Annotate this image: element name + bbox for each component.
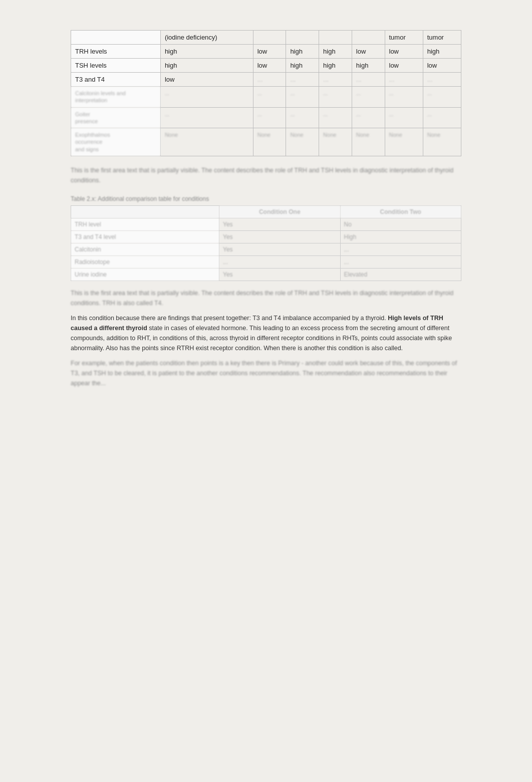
row-label-trh: TRH levels (71, 45, 161, 59)
table2-row: T3 and T4 level Yes High (71, 231, 461, 243)
tsh-col1: high (160, 59, 253, 73)
table1-header-col7: tumor (423, 31, 461, 45)
tsh-col5: high (352, 59, 385, 73)
tsh-col3: high (286, 59, 319, 73)
tsh-col4: high (319, 59, 352, 73)
body-paragraph-1: This is the first area text that is part… (71, 288, 461, 308)
body-paragraph-3: For example, when the patients condition… (71, 358, 461, 388)
table1-header-col5 (352, 31, 385, 45)
table2: Condition One Condition Two TRH level Ye… (71, 205, 461, 281)
table2-row-col2-1: No (340, 218, 461, 231)
trh-col1: high (160, 45, 253, 59)
trh-col7: high (423, 45, 461, 59)
table2-row-label-2: T3 and T4 level (71, 231, 219, 243)
trh-col6: low (385, 45, 423, 59)
body-paragraph-2: In this condition because there are find… (71, 313, 461, 353)
table1-header-col0 (71, 31, 161, 45)
table2-row-col1-4: ... (219, 256, 340, 269)
trh-col3: high (286, 45, 319, 59)
table2-row-label-4: Radioisotope (71, 256, 219, 269)
table2-row: TRH level Yes No (71, 218, 461, 231)
blurred-label-1: Calcitonin levels andinterpretation (71, 87, 161, 108)
table2-row-col1-5: Yes (219, 269, 340, 281)
table2-row-col2-3: ... (340, 243, 461, 256)
page-container: (iodine deficiency) tumor tumor TRH leve… (61, 20, 471, 403)
t3t4-col6: ... (385, 73, 423, 87)
table2-row: Urine iodine Yes Elevated (71, 269, 461, 281)
table1-section: (iodine deficiency) tumor tumor TRH leve… (71, 30, 461, 156)
t3t4-col2: ... (253, 73, 286, 87)
table1-header-col6: tumor (385, 31, 423, 45)
blurred-label-3: Exophthalmosoccurrenceand signs (71, 128, 161, 156)
table2-header-col1: Condition One (219, 206, 340, 218)
table-row: Goiterpresence ... ... ... ... ... ... .… (71, 107, 461, 128)
table1-header-col3 (286, 31, 319, 45)
t3t4-col3: ... (286, 73, 319, 87)
table2-header-col0 (71, 206, 219, 218)
table2-row-label-3: Calcitonin (71, 243, 219, 256)
t3t4-col1: low (160, 73, 253, 87)
table-row: Calcitonin levels andinterpretation ... … (71, 87, 461, 108)
table2-row-col2-4: ... (340, 256, 461, 269)
row-label-t3t4: T3 and T4 (71, 73, 161, 87)
table1: (iodine deficiency) tumor tumor TRH leve… (71, 30, 461, 156)
table2-header-col2: Condition Two (340, 206, 461, 218)
tsh-col6: low (385, 59, 423, 73)
trh-col5: low (352, 45, 385, 59)
trh-col4: high (319, 45, 352, 59)
table2-row-col1-3: Yes (219, 243, 340, 256)
t3t4-col4: ... (319, 73, 352, 87)
table-row: T3 and T4 low ... ... ... ... ... ... (71, 73, 461, 87)
row-label-tsh: TSH levels (71, 59, 161, 73)
table2-row: Radioisotope ... ... (71, 256, 461, 269)
bold-text: High levels of TRH caused a different th… (71, 315, 443, 332)
table1-header-row: (iodine deficiency) tumor tumor (71, 31, 461, 45)
table2-row-col2-2: High (340, 231, 461, 243)
table2-title: Table 2.x: Additional comparison table f… (71, 195, 461, 202)
table1-header-col4 (319, 31, 352, 45)
tsh-col7: low (423, 59, 461, 73)
table2-row-col2-5: Elevated (340, 269, 461, 281)
table2-section: Table 2.x: Additional comparison table f… (71, 195, 461, 281)
t3t4-col7: ... (423, 73, 461, 87)
trh-col2: low (253, 45, 286, 59)
table2-header-row: Condition One Condition Two (71, 206, 461, 218)
table-row: TRH levels high low high high low low hi… (71, 45, 461, 59)
table-row: Exophthalmosoccurrenceand signs None Non… (71, 128, 461, 156)
blurred-label-2: Goiterpresence (71, 107, 161, 128)
table1-header-col1: (iodine deficiency) (160, 31, 253, 45)
table2-row-col1-1: Yes (219, 218, 340, 231)
table2-row-col1-2: Yes (219, 231, 340, 243)
t3t4-col5: ... (352, 73, 385, 87)
body-text-1: This is the first area text that is part… (71, 165, 461, 185)
table2-row: Calcitonin Yes ... (71, 243, 461, 256)
tsh-col2: low (253, 59, 286, 73)
table2-row-label-5: Urine iodine (71, 269, 219, 281)
table1-header-col2 (253, 31, 286, 45)
table2-row-label-1: TRH level (71, 218, 219, 231)
table-row: TSH levels high low high high high low l… (71, 59, 461, 73)
